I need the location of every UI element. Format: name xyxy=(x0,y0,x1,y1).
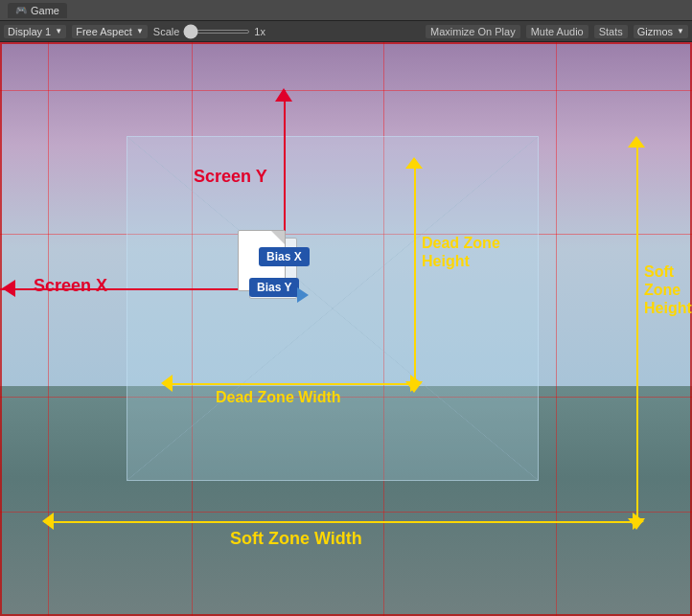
display-selector[interactable]: Display 1 ▼ xyxy=(4,25,66,38)
title-bar: 🎮 Game xyxy=(0,0,692,21)
display-chevron-icon: ▼ xyxy=(55,27,62,35)
display-label: Display 1 xyxy=(8,26,51,37)
aspect-chevron-icon: ▼ xyxy=(136,27,144,35)
soft-zone-height-arrow-bottom xyxy=(628,518,645,530)
screen-x-arrow xyxy=(2,280,15,297)
screen-y-label: Screen Y xyxy=(194,167,267,187)
game-tab-icon: 🎮 xyxy=(15,5,27,15)
game-viewport: Screen Y Screen X Bias X Bias Y Dead Zon… xyxy=(0,42,692,616)
dead-zone-width-label: Dead Zone Width xyxy=(216,389,341,406)
grid-line-v4 xyxy=(556,42,557,616)
soft-zone-height-arrow-top xyxy=(628,136,645,148)
soft-zone-height-label: Soft ZoneHeight xyxy=(644,262,692,318)
game-tab[interactable]: 🎮 Game xyxy=(8,3,67,18)
scale-value: 1x xyxy=(254,26,265,37)
mute-audio-button[interactable]: Mute Audio xyxy=(526,25,588,38)
soft-zone-width-arrow-left xyxy=(42,513,54,530)
grid-line-h1 xyxy=(0,90,692,91)
maximize-on-play-button[interactable]: Maximize On Play xyxy=(426,25,520,38)
soft-zone-width-label: Soft Zone Width xyxy=(230,529,362,549)
bias-y-label: Bias Y xyxy=(249,278,299,297)
camera-frame xyxy=(127,136,539,481)
gizmos-label: Gizmos xyxy=(637,26,673,37)
gizmos-chevron-icon: ▼ xyxy=(677,27,684,35)
gizmos-selector[interactable]: Gizmos ▼ xyxy=(634,25,688,38)
bias-x-label: Bias X xyxy=(259,247,310,266)
soft-zone-height-line xyxy=(636,138,638,521)
scale-control: Scale 1x xyxy=(153,26,265,37)
camera-direction-arrow xyxy=(297,287,309,303)
scale-slider[interactable] xyxy=(183,30,250,34)
stats-button[interactable]: Stats xyxy=(594,25,628,38)
dead-zone-height-label: Dead ZoneHeight xyxy=(422,234,500,270)
screen-x-label: Screen X xyxy=(34,276,107,296)
grid-line-h4 xyxy=(0,512,692,513)
dead-zone-width-line xyxy=(163,383,412,385)
screen-y-arrow xyxy=(275,88,292,102)
dead-zone-height-arrow-top xyxy=(405,157,423,169)
toolbar: Display 1 ▼ Free Aspect ▼ Scale 1x Maxim… xyxy=(0,21,692,42)
dead-zone-height-line xyxy=(414,159,416,384)
soft-zone-width-line xyxy=(44,521,634,523)
aspect-label: Free Aspect xyxy=(76,26,132,37)
aspect-selector[interactable]: Free Aspect ▼ xyxy=(72,25,148,38)
game-tab-label: Game xyxy=(31,5,59,16)
dead-zone-height-arrow-bottom xyxy=(405,381,423,393)
dead-zone-width-arrow-left xyxy=(161,375,173,392)
grid-line-v1 xyxy=(48,42,49,616)
scale-label: Scale xyxy=(153,26,180,37)
